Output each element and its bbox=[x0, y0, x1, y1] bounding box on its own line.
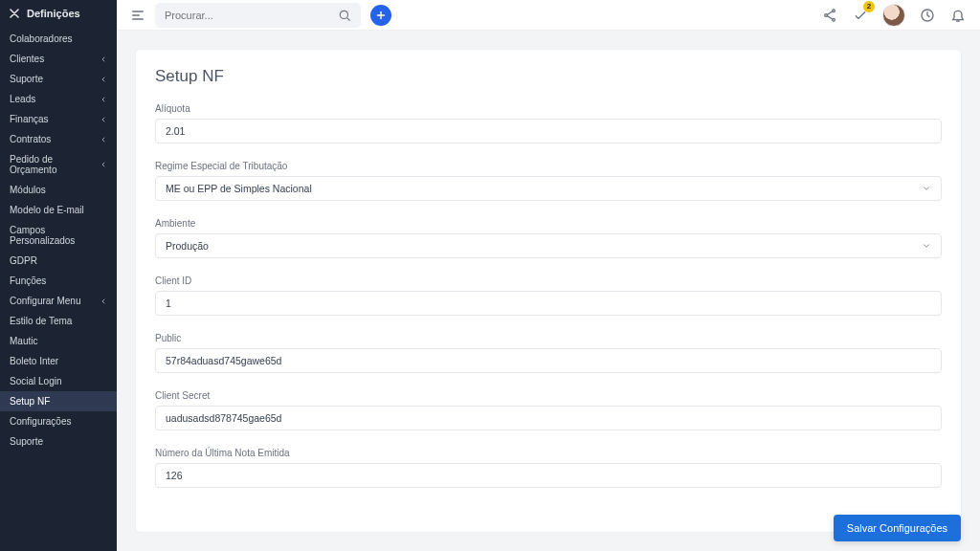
sidebar-item-setup-nf[interactable]: Setup NF bbox=[0, 391, 117, 411]
sidebar-item-fun-es[interactable]: Funções bbox=[0, 271, 117, 291]
input-ultima-nota[interactable] bbox=[155, 463, 942, 488]
label-ambiente: Ambiente bbox=[155, 218, 942, 229]
topbar-actions: 2 bbox=[821, 4, 967, 27]
search-box bbox=[155, 3, 361, 28]
field-aliquota: Alíquota bbox=[155, 103, 942, 143]
chevron-down-icon bbox=[922, 184, 931, 193]
sidebar-item-label: Configurar Menu bbox=[10, 296, 80, 306]
avatar[interactable] bbox=[882, 4, 905, 27]
sidebar-item-mautic[interactable]: Mautic bbox=[0, 331, 117, 351]
label-aliquota: Alíquota bbox=[155, 103, 942, 114]
field-public: Public bbox=[155, 333, 942, 373]
chevron-down-icon bbox=[922, 241, 931, 251]
search-icon[interactable] bbox=[338, 9, 351, 22]
sidebar-item-suporte[interactable]: Suporte bbox=[0, 69, 117, 89]
input-client-id[interactable] bbox=[155, 291, 942, 316]
chevron-left-icon bbox=[100, 96, 107, 103]
check-icon[interactable]: 2 bbox=[852, 7, 869, 24]
label-client-id: Client ID bbox=[155, 276, 942, 286]
label-regime: Regime Especial de Tributação bbox=[155, 161, 942, 171]
sidebar-item-label: Finanças bbox=[10, 114, 49, 124]
close-icon[interactable] bbox=[10, 9, 19, 18]
label-ultima-nota: Número da Última Nota Emitida bbox=[155, 448, 942, 458]
sidebar-item-label: Pedido de Orçamento bbox=[10, 154, 100, 175]
sidebar-item-m-dulos[interactable]: Módulos bbox=[0, 180, 117, 200]
chevron-left-icon bbox=[100, 136, 107, 143]
search-input[interactable] bbox=[165, 10, 338, 21]
sidebar-item-label: Configurações bbox=[10, 416, 71, 427]
sidebar-item-contratos[interactable]: Contratos bbox=[0, 129, 117, 149]
input-aliquota[interactable] bbox=[155, 119, 942, 143]
sidebar-item-label: Colaboradores bbox=[10, 33, 73, 44]
input-client-secret[interactable] bbox=[155, 406, 942, 430]
chevron-left-icon bbox=[100, 76, 107, 83]
clock-icon[interactable] bbox=[919, 7, 936, 24]
content: Setup NF Alíquota Regime Especial de Tri… bbox=[117, 31, 980, 551]
input-public[interactable] bbox=[155, 348, 942, 373]
sidebar-item-pedido-de-or-amento[interactable]: Pedido de Orçamento bbox=[0, 149, 117, 180]
field-client-secret: Client Secret bbox=[155, 390, 942, 430]
sidebar-item-campos-personalizados[interactable]: Campos Personalizados bbox=[0, 220, 117, 251]
bell-icon[interactable] bbox=[949, 7, 967, 24]
field-ambiente: Ambiente Produção bbox=[155, 218, 942, 258]
chevron-left-icon bbox=[100, 298, 107, 305]
sidebar-title: Definições bbox=[27, 8, 80, 19]
sidebar-item-label: Funções bbox=[10, 276, 46, 286]
field-regime: Regime Especial de Tributação ME ou EPP … bbox=[155, 161, 942, 201]
field-client-id: Client ID bbox=[155, 276, 942, 316]
sidebar-item-label: Boleto Inter bbox=[10, 356, 58, 366]
setup-card: Setup NF Alíquota Regime Especial de Tri… bbox=[136, 50, 961, 532]
sidebar-item-label: Modelo de E-mail bbox=[10, 205, 84, 215]
chevron-left-icon bbox=[100, 161, 107, 168]
svg-point-0 bbox=[340, 11, 347, 18]
save-button[interactable]: Salvar Configurações bbox=[834, 515, 961, 541]
sidebar-item-label: Suporte bbox=[10, 74, 43, 84]
sidebar-item-label: Social Login bbox=[10, 376, 61, 386]
sidebar-item-label: Setup NF bbox=[10, 396, 50, 407]
select-ambiente-value: Produção bbox=[166, 240, 209, 252]
sidebar-list: ColaboradoresClientesSuporteLeadsFinança… bbox=[0, 27, 117, 453]
sidebar-item-label: Mautic bbox=[10, 336, 37, 346]
sidebar-item-configurar-menu[interactable]: Configurar Menu bbox=[0, 291, 117, 311]
page-title: Setup NF bbox=[155, 67, 942, 86]
sidebar-item-social-login[interactable]: Social Login bbox=[0, 371, 117, 391]
sidebar-header: Definições bbox=[0, 0, 117, 27]
notif-badge: 2 bbox=[863, 1, 875, 12]
sidebar-item-finan-as[interactable]: Finanças bbox=[0, 109, 117, 129]
sidebar-item-modelo-de-e-mail[interactable]: Modelo de E-mail bbox=[0, 200, 117, 220]
select-regime[interactable]: ME ou EPP de Simples Nacional bbox=[155, 176, 942, 201]
share-icon[interactable] bbox=[821, 7, 838, 24]
sidebar: Definições ColaboradoresClientesSuporteL… bbox=[0, 0, 117, 551]
topbar: 2 bbox=[117, 0, 980, 31]
label-client-secret: Client Secret bbox=[155, 390, 942, 401]
sidebar-item-clientes[interactable]: Clientes bbox=[0, 49, 117, 69]
main: 2 Setup NF Alíquota Regime Especial de T… bbox=[117, 0, 980, 551]
sidebar-item-label: Contratos bbox=[10, 134, 51, 144]
sidebar-item-estilo-de-tema[interactable]: Estilo de Tema bbox=[0, 311, 117, 331]
sidebar-item-label: Módulos bbox=[10, 185, 46, 195]
sidebar-item-label: Campos Personalizados bbox=[10, 225, 107, 246]
select-ambiente[interactable]: Produção bbox=[155, 233, 942, 258]
select-regime-value: ME ou EPP de Simples Nacional bbox=[166, 183, 312, 194]
sidebar-item-suporte[interactable]: Suporte bbox=[0, 431, 117, 452]
sidebar-item-colaboradores[interactable]: Colaboradores bbox=[0, 29, 117, 49]
sidebar-item-configura-es[interactable]: Configurações bbox=[0, 411, 117, 431]
menu-toggle-icon[interactable] bbox=[130, 8, 145, 23]
sidebar-item-label: Leads bbox=[10, 94, 35, 104]
chevron-left-icon bbox=[100, 116, 107, 123]
label-public: Public bbox=[155, 333, 942, 343]
sidebar-item-label: Suporte bbox=[10, 436, 43, 447]
sidebar-item-gdpr[interactable]: GDPR bbox=[0, 251, 117, 271]
sidebar-item-label: Clientes bbox=[10, 54, 44, 64]
sidebar-item-boleto-inter[interactable]: Boleto Inter bbox=[0, 351, 117, 371]
chevron-left-icon bbox=[100, 55, 107, 63]
field-ultima-nota: Número da Última Nota Emitida bbox=[155, 448, 942, 488]
sidebar-item-leads[interactable]: Leads bbox=[0, 89, 117, 109]
sidebar-item-label: Estilo de Tema bbox=[10, 316, 72, 326]
sidebar-item-label: GDPR bbox=[10, 255, 37, 266]
add-button[interactable] bbox=[370, 5, 391, 26]
